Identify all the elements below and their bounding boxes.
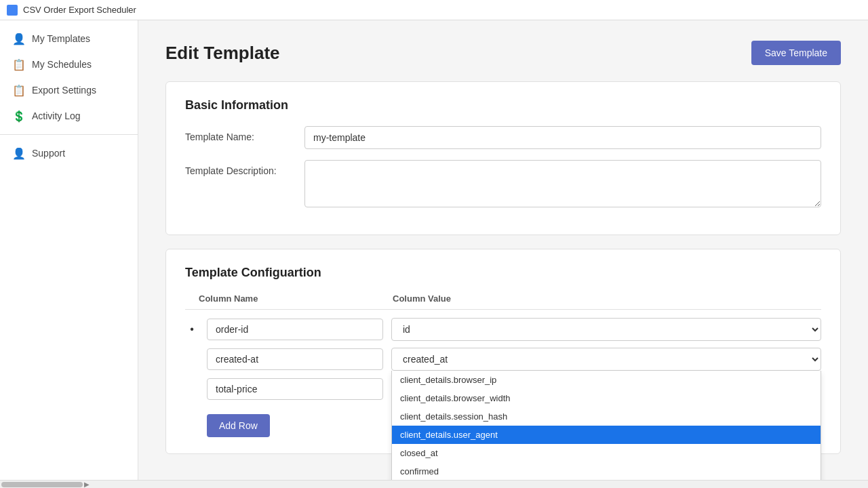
basic-info-title: Basic Information bbox=[185, 98, 821, 113]
template-name-input[interactable] bbox=[304, 126, 821, 149]
col-value-select-1[interactable]: id bbox=[391, 318, 821, 341]
sidebar-item-label: My Schedules bbox=[32, 59, 92, 70]
col-header-value: Column Value bbox=[393, 293, 821, 304]
dropdown-item-session-hash[interactable]: client_details.session_hash bbox=[392, 407, 821, 426]
config-row-2: created_at client_details.browser_ip cli… bbox=[185, 348, 821, 371]
template-description-input[interactable] bbox=[304, 160, 821, 207]
template-name-label: Template Name: bbox=[185, 126, 294, 142]
page-header: Edit Template Save Template bbox=[165, 41, 841, 65]
config-title: Template Configuartion bbox=[185, 266, 821, 280]
config-card: Template Configuartion Column Name Colum… bbox=[165, 249, 841, 454]
sidebar-support-label: Support bbox=[32, 148, 65, 159]
sidebar-item-activity-log[interactable]: 💲 Activity Log bbox=[0, 103, 138, 129]
dropdown-item-browser-ip[interactable]: client_details.browser_ip bbox=[392, 371, 821, 389]
sidebar-item-label: My Templates bbox=[32, 33, 90, 44]
template-description-row: Template Description: bbox=[185, 160, 821, 207]
app-icon bbox=[7, 5, 18, 16]
sidebar-item-my-schedules[interactable]: 📋 My Schedules bbox=[0, 52, 138, 77]
scrollbar-thumb[interactable] bbox=[1, 482, 83, 487]
schedules-icon: 📋 bbox=[13, 58, 25, 70]
titlebar: CSV Order Export Scheduler bbox=[0, 0, 868, 20]
activity-icon: 💲 bbox=[13, 110, 25, 122]
sidebar-item-export-settings[interactable]: 📋 Export Settings bbox=[0, 77, 138, 103]
sidebar-item-my-templates[interactable]: 👤 My Templates bbox=[0, 26, 138, 52]
col-name-input-2[interactable] bbox=[207, 348, 383, 370]
sidebar: 👤 My Templates 📋 My Schedules 📋 Export S… bbox=[0, 20, 138, 480]
export-icon: 📋 bbox=[13, 84, 25, 96]
bullet-1: • bbox=[185, 323, 199, 336]
col-name-input-3[interactable] bbox=[207, 378, 383, 400]
dropdown-item-user-agent[interactable]: client_details.user_agent bbox=[392, 426, 821, 444]
bottom-scrollbar[interactable]: ▶ bbox=[0, 480, 868, 488]
config-row-1: • id bbox=[185, 318, 821, 341]
add-row-button[interactable]: Add Row bbox=[207, 414, 270, 437]
support-icon: 👤 bbox=[13, 147, 25, 159]
dropdown-item-browser-width[interactable]: client_details.browser_width bbox=[392, 389, 821, 407]
sidebar-item-label: Export Settings bbox=[32, 85, 96, 96]
sidebar-divider bbox=[0, 134, 138, 135]
app-title: CSV Order Export Scheduler bbox=[23, 5, 136, 15]
main-content: Edit Template Save Template Basic Inform… bbox=[138, 20, 868, 480]
template-name-row: Template Name: bbox=[185, 126, 821, 149]
basic-info-card: Basic Information Template Name: Templat… bbox=[165, 81, 841, 235]
col-value-select-2[interactable]: created_at bbox=[391, 348, 821, 371]
sidebar-item-support[interactable]: 👤 Support bbox=[0, 140, 138, 166]
sidebar-item-label: Activity Log bbox=[32, 110, 81, 121]
template-description-label: Template Description: bbox=[185, 160, 294, 176]
save-template-button[interactable]: Save Template bbox=[751, 41, 841, 65]
page-title: Edit Template bbox=[165, 43, 280, 64]
dropdown-list: client_details.browser_ip client_details… bbox=[391, 371, 821, 480]
config-table-header: Column Name Column Value bbox=[185, 293, 821, 310]
scrollbar-arrow[interactable]: ▶ bbox=[83, 481, 91, 488]
col-header-name: Column Name bbox=[199, 293, 382, 304]
dropdown-item-confirmed[interactable]: confirmed bbox=[392, 462, 821, 480]
user-icon: 👤 bbox=[13, 33, 25, 45]
dropdown-container: created_at client_details.browser_ip cli… bbox=[391, 348, 821, 371]
dropdown-item-closed-at[interactable]: closed_at bbox=[392, 444, 821, 462]
col-name-input-1[interactable] bbox=[207, 319, 383, 340]
